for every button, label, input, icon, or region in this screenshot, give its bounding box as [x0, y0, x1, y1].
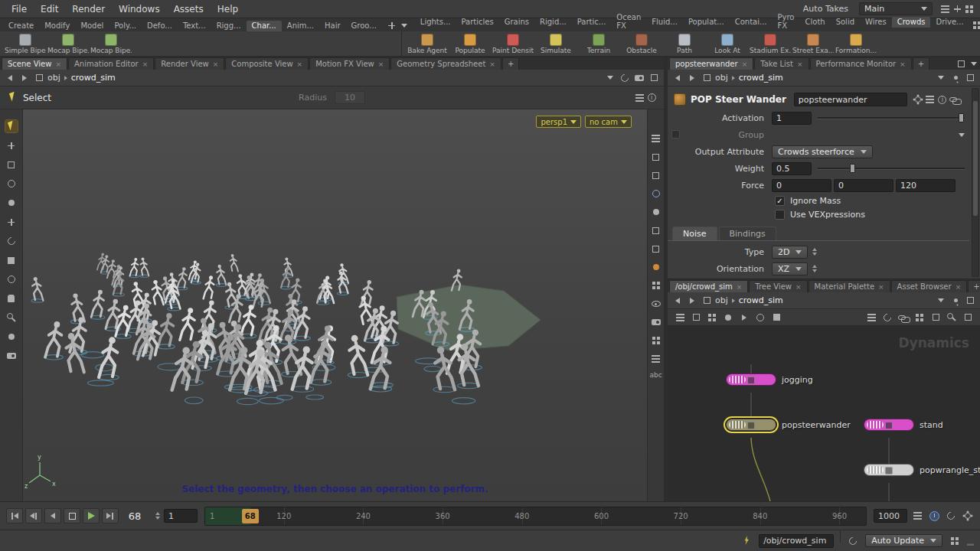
paint-select-icon[interactable]	[5, 197, 18, 209]
dependency-icon[interactable]	[897, 311, 910, 324]
slider-handle[interactable]	[850, 164, 855, 173]
group-select-icon[interactable]	[650, 279, 662, 292]
shelf-tab-partic[interactable]: Partic...	[572, 17, 612, 28]
resize-grip-icon[interactable]	[967, 536, 974, 546]
camera-menu[interactable]: no cam	[585, 116, 632, 128]
path-node[interactable]: crowd_sim	[71, 73, 116, 83]
shelf-tab-grains[interactable]: Grains	[499, 17, 534, 28]
shelf-menu-icon[interactable]	[398, 19, 410, 31]
forward-icon[interactable]	[686, 295, 698, 307]
weight-slider[interactable]	[818, 163, 965, 174]
shelf-tab-text[interactable]: Text...	[178, 21, 211, 31]
type-spinner[interactable]	[812, 248, 817, 256]
grid-toggle-icon[interactable]	[650, 334, 662, 347]
color-palette-icon[interactable]	[706, 311, 718, 324]
node-stand[interactable]: stand	[864, 419, 914, 431]
shelf-tab-lights[interactable]: Lights...	[415, 17, 456, 28]
path-root[interactable]: obj	[47, 73, 60, 83]
close-tab-icon[interactable]: ×	[55, 60, 61, 68]
slider-handle[interactable]	[959, 113, 964, 122]
path-root[interactable]: obj	[715, 295, 728, 305]
pane-tab-obj-crowd-sim[interactable]: /obj/crowd_sim×	[669, 280, 748, 292]
tab-bindings[interactable]: Bindings	[719, 227, 776, 240]
shelf-tab-drive[interactable]: Drive...	[930, 17, 969, 28]
rotate-tool-icon[interactable]	[5, 235, 18, 247]
update-refresh-icon[interactable]	[847, 535, 859, 547]
lock-view-icon[interactable]	[650, 243, 662, 255]
shelf-tab-wires[interactable]: Wires	[860, 17, 892, 28]
type-select[interactable]: 2D	[772, 246, 808, 259]
back-icon[interactable]	[671, 295, 684, 307]
menu-render[interactable]: Render	[65, 4, 112, 15]
shelf-tab-model[interactable]: Model	[75, 21, 109, 31]
split-pane-icon[interactable]	[955, 57, 967, 70]
path-menu-icon[interactable]	[935, 295, 947, 307]
parameter-scrollbar[interactable]	[972, 88, 979, 277]
measure-icon[interactable]	[650, 353, 662, 365]
shelf-tool-stadium-ex[interactable]: Stadium Ex...	[750, 32, 791, 54]
back-icon[interactable]	[4, 72, 16, 84]
current-path-display[interactable]: /obj/crowd_sim	[759, 534, 834, 548]
force-x-field[interactable]	[772, 179, 831, 192]
frame-selected-icon[interactable]	[650, 169, 662, 181]
pane-tab-motion-fx-view[interactable]: Motion FX View×	[309, 57, 390, 70]
shelf-tool-street-exa[interactable]: Street Exa...	[792, 32, 834, 54]
path-menu-icon[interactable]	[604, 72, 616, 84]
shelf-tool-terrain[interactable]: Terrain	[578, 32, 619, 54]
shelf-tool-simple-biped[interactable]: Simple Biped	[5, 32, 46, 54]
shelf-tool-look-at[interactable]: Look At	[707, 32, 748, 54]
shelf-tab-anim[interactable]: Anim...	[282, 21, 319, 31]
output-attribute-select[interactable]: Crowds steerforce	[772, 145, 873, 158]
range-start-field[interactable]	[164, 509, 198, 523]
shelf-tab-rigg[interactable]: Rigg...	[211, 21, 247, 31]
pane-tab-composite-view[interactable]: Composite View×	[225, 57, 309, 70]
cook-state-icon[interactable]	[740, 534, 753, 546]
pane-tab-material-palette[interactable]: Material Palette×	[808, 280, 890, 292]
pane-tab-performance-monitor[interactable]: Performance Monitor×	[810, 57, 912, 70]
frame-stepper-icon[interactable]	[155, 512, 160, 520]
annotate-icon[interactable]	[770, 311, 782, 324]
display-options-icon[interactable]	[650, 132, 662, 145]
node-jogging[interactable]: jogging	[726, 373, 776, 386]
close-tab-icon[interactable]: ×	[142, 60, 149, 68]
handles-tool-icon[interactable]	[5, 139, 18, 152]
tab-noise[interactable]: Noise	[672, 227, 717, 240]
shelf-tool-populate[interactable]: Populate	[449, 32, 491, 54]
new-pane-tab-button[interactable]: +	[913, 57, 929, 70]
pane-link-icon[interactable]	[964, 72, 976, 84]
home-view-icon[interactable]	[650, 151, 662, 163]
new-take-icon[interactable]	[386, 19, 398, 31]
shelf-tool-simulate[interactable]: Simulate	[535, 32, 577, 54]
pane-grid-icon[interactable]	[949, 535, 961, 547]
move-tool-icon[interactable]	[5, 216, 18, 228]
pane-tab-scene-view[interactable]: Scene View×	[2, 57, 67, 70]
node-popwrangle-star[interactable]: popwrangle_star	[864, 464, 914, 476]
scale-tool-icon[interactable]	[5, 254, 18, 266]
shelf-tab-ocean-fx[interactable]: Ocean FX	[611, 12, 646, 31]
activation-field[interactable]	[772, 112, 812, 125]
menu-file[interactable]: File	[5, 4, 34, 15]
close-tab-icon[interactable]: ×	[900, 60, 906, 68]
presets-icon[interactable]	[924, 93, 936, 106]
path-menu-icon[interactable]	[935, 72, 947, 84]
ignore-mass-checkbox[interactable]	[775, 196, 785, 206]
link-icon[interactable]	[949, 93, 961, 106]
force-z-field[interactable]	[896, 179, 956, 192]
shelf-tab-create[interactable]: Create	[3, 21, 39, 31]
use-vexpressions-checkbox[interactable]	[775, 210, 785, 220]
snap-tool-icon[interactable]	[5, 311, 18, 324]
viewport-3d[interactable]: yzx persp1 no cam Select the geometry, t…	[23, 109, 647, 501]
box-select-icon[interactable]	[5, 158, 18, 171]
shelf-tab-pyro-fx[interactable]: Pyro FX	[773, 12, 800, 31]
secure-selection-icon[interactable]	[650, 261, 662, 273]
persp-ortho-icon[interactable]	[650, 187, 662, 200]
timeline-ruler[interactable]: 112024036048060072084096068	[204, 507, 867, 526]
forward-icon[interactable]	[18, 72, 31, 84]
group-menu-arrow-icon[interactable]	[956, 129, 968, 141]
search-icon[interactable]	[946, 311, 958, 324]
shelf-tab-fluid[interactable]: Fluid...	[646, 17, 683, 28]
shelf-tab-char[interactable]: Char...	[247, 21, 282, 31]
shelf-tab-populat[interactable]: Populat...	[683, 17, 730, 28]
new-pane-tab-button[interactable]: +	[968, 280, 980, 292]
flags-icon[interactable]	[722, 311, 734, 324]
